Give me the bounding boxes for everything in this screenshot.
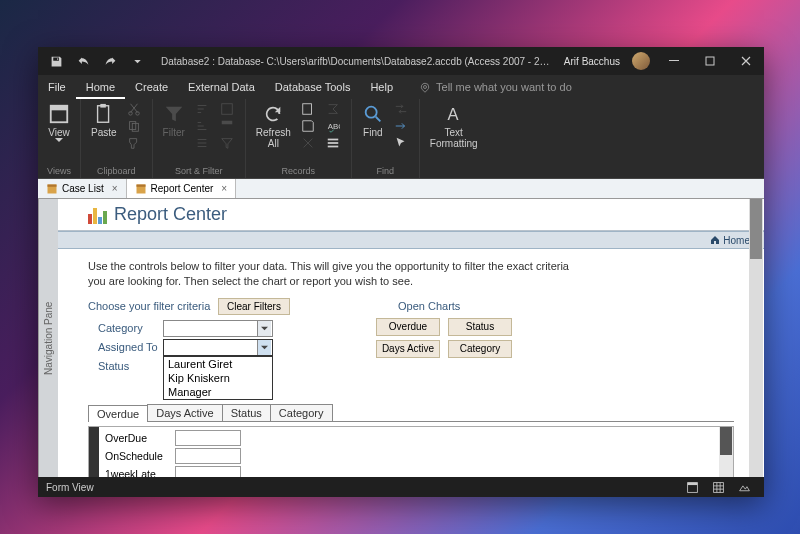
- bottom-tab-overdue[interactable]: Overdue: [88, 405, 148, 422]
- navigation-pane-toggle[interactable]: Navigation Pane: [38, 199, 58, 477]
- file-menu[interactable]: File: [38, 75, 76, 99]
- quick-access-toolbar: [38, 50, 155, 72]
- status-chart-button[interactable]: Status: [448, 318, 512, 336]
- svg-rect-25: [687, 482, 697, 484]
- qat-customize-icon[interactable]: [125, 50, 149, 72]
- redo-icon[interactable]: [98, 50, 122, 72]
- weeklate-field[interactable]: [175, 466, 241, 477]
- open-charts-title: Open Charts: [398, 300, 460, 312]
- ribbon-group-find: Find Find: [352, 99, 420, 178]
- chevron-down-icon: [257, 340, 271, 355]
- status-label: Status: [98, 360, 129, 372]
- find-button[interactable]: Find: [356, 101, 390, 140]
- more-button[interactable]: [322, 135, 347, 151]
- assigned-to-select[interactable]: [163, 339, 273, 356]
- selection-button: [216, 101, 241, 117]
- status-text: Form View: [46, 482, 94, 493]
- sort-filter-group-label: Sort & Filter: [157, 166, 241, 178]
- minimize-button[interactable]: [656, 47, 692, 75]
- replace-button: [390, 101, 415, 117]
- clear-filters-button[interactable]: Clear Filters: [218, 298, 290, 315]
- find-label: Find: [363, 127, 382, 138]
- overdue-chart-button[interactable]: Overdue: [376, 318, 440, 336]
- layout-view-button[interactable]: [732, 478, 756, 496]
- maximize-button[interactable]: [692, 47, 728, 75]
- paste-button[interactable]: Paste: [85, 101, 123, 140]
- bottom-tab-status[interactable]: Status: [222, 404, 271, 421]
- dropdown-option[interactable]: Manager: [164, 385, 272, 399]
- tab-report-center[interactable]: Report Center ×: [127, 179, 237, 198]
- assigned-to-label: Assigned To: [98, 341, 158, 353]
- subform-scrollbar[interactable]: [719, 427, 733, 477]
- ribbon: View Views Paste Clipboard: [38, 99, 764, 179]
- filter-button: Filter: [157, 101, 191, 140]
- filter-panel: Choose your filter criteria Clear Filter…: [88, 300, 734, 400]
- svg-text:A: A: [447, 105, 458, 123]
- save-record-button[interactable]: [297, 118, 322, 134]
- svg-rect-13: [303, 104, 312, 115]
- onschedule-field[interactable]: [175, 448, 241, 464]
- content-scrollbar[interactable]: [749, 199, 763, 477]
- close-button[interactable]: [728, 47, 764, 75]
- spelling-button[interactable]: ABC: [322, 118, 347, 134]
- external-data-tab[interactable]: External Data: [178, 75, 265, 99]
- days-active-chart-button[interactable]: Days Active: [376, 340, 440, 358]
- home-link-label: Home: [723, 235, 750, 246]
- refresh-label: Refresh All: [256, 127, 291, 149]
- help-tab[interactable]: Help: [360, 75, 403, 99]
- user-avatar[interactable]: [632, 52, 650, 70]
- ribbon-group-records: Refresh All ABC Records: [246, 99, 352, 178]
- goto-button[interactable]: [390, 118, 415, 134]
- app-window: Database2 : Database- C:\Users\arifb\Doc…: [38, 47, 764, 497]
- datasheet-view-button[interactable]: [706, 478, 730, 496]
- form-icon: [46, 183, 58, 195]
- filter-criteria-title: Choose your filter criteria: [88, 300, 210, 312]
- onschedule-row-label: OnSchedule: [105, 450, 175, 462]
- totals-button: [322, 101, 347, 117]
- svg-rect-17: [328, 146, 339, 148]
- advanced-button: [216, 118, 241, 134]
- new-record-button[interactable]: [297, 101, 322, 117]
- record-selector[interactable]: [89, 427, 99, 477]
- overdue-field[interactable]: [175, 430, 241, 446]
- close-icon[interactable]: ×: [112, 183, 118, 194]
- select-button[interactable]: [390, 135, 415, 151]
- cut-button: [123, 101, 148, 117]
- refresh-all-button[interactable]: Refresh All: [250, 101, 297, 151]
- user-name[interactable]: Arif Bacchus: [558, 56, 626, 67]
- svg-rect-12: [222, 121, 233, 125]
- text-formatting-label: Text Formatting: [430, 127, 478, 149]
- instructions-text: Use the controls below to filter your da…: [88, 259, 588, 290]
- close-icon[interactable]: ×: [221, 183, 227, 194]
- svg-rect-1: [706, 57, 714, 65]
- save-icon[interactable]: [44, 50, 68, 72]
- home-link[interactable]: Home: [58, 231, 764, 249]
- ribbon-group-views: View Views: [38, 99, 81, 178]
- view-button[interactable]: View: [42, 101, 76, 145]
- tab-case-list[interactable]: Case List ×: [38, 179, 127, 198]
- category-select[interactable]: [163, 320, 273, 337]
- text-formatting-button[interactable]: A Text Formatting: [424, 101, 484, 151]
- filter-label: Filter: [163, 127, 185, 138]
- page-header: Report Center: [58, 199, 764, 231]
- bottom-tab-days-active[interactable]: Days Active: [147, 404, 222, 421]
- menu-bar: File Home Create External Data Database …: [38, 75, 764, 99]
- form-content: Report Center Home Use the controls belo…: [58, 199, 764, 477]
- tell-me-search[interactable]: Tell me what you want to do: [419, 81, 572, 93]
- form-view-button[interactable]: [680, 478, 704, 496]
- copy-button: [123, 118, 148, 134]
- dropdown-option[interactable]: Kip Kniskern: [164, 371, 272, 385]
- records-group-label: Records: [250, 166, 347, 178]
- bottom-tab-category[interactable]: Category: [270, 404, 333, 421]
- home-tab[interactable]: Home: [76, 75, 125, 99]
- format-painter-button: [123, 135, 148, 151]
- database-tools-tab[interactable]: Database Tools: [265, 75, 361, 99]
- dropdown-option[interactable]: Laurent Giret: [164, 357, 272, 371]
- tab-report-center-label: Report Center: [151, 183, 214, 194]
- undo-icon[interactable]: [71, 50, 95, 72]
- create-tab[interactable]: Create: [125, 75, 178, 99]
- svg-rect-21: [48, 184, 57, 186]
- chevron-down-icon: [257, 321, 271, 336]
- delete-record-button: [297, 135, 322, 151]
- category-chart-button[interactable]: Category: [448, 340, 512, 358]
